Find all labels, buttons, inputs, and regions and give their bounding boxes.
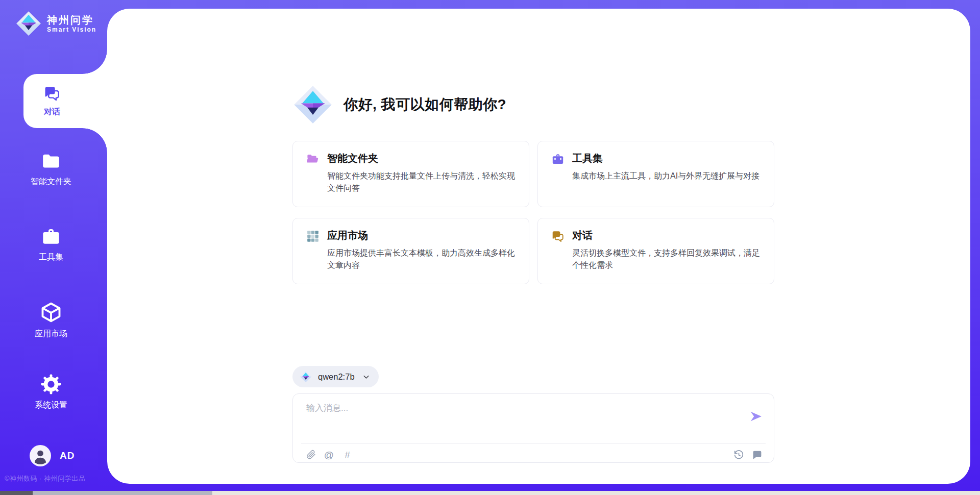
card-title: 工具集 [572, 152, 760, 165]
card-title: 应用市场 [327, 229, 516, 242]
user-profile[interactable]: AD [30, 445, 75, 466]
sidebar-item-label: 对话 [44, 107, 60, 117]
comment-icon[interactable] [752, 450, 763, 460]
grid-cube-icon [306, 230, 320, 243]
sidebar-item-tools[interactable]: 工具集 [0, 227, 102, 263]
avatar [30, 445, 51, 466]
toolbox-icon [41, 227, 61, 247]
folder-icon [41, 151, 61, 171]
person-avatar-icon [30, 445, 51, 466]
main-content: 你好, 我可以如何帮助你? 智能文件夹 智能文件夹功能支持批量文件上传与清洗，轻… [107, 9, 970, 484]
toolbox-icon [551, 153, 565, 166]
model-name: qwen2:7b [318, 372, 355, 382]
sidebar-item-label: 工具集 [39, 252, 63, 263]
chevron-down-icon [362, 373, 371, 381]
greeting-title: 你好, 我可以如何帮助你? [344, 95, 506, 114]
card-chat[interactable]: 对话 灵活切换多模型文件，支持多样回复效果调试，满足个性化需求 [537, 218, 774, 284]
history-icon[interactable] [733, 450, 744, 460]
card-smart-folder[interactable]: 智能文件夹 智能文件夹功能支持批量文件上传与清洗，轻松实现文件问答 [292, 141, 529, 207]
sidebar-item-label: 系统设置 [35, 400, 67, 411]
sidebar-item-label: 智能文件夹 [31, 177, 71, 187]
at-glyph: @ [324, 450, 334, 460]
composer-toolbar: @ # [305, 448, 763, 462]
card-title: 对话 [572, 229, 761, 242]
chat-bubbles-icon [551, 230, 565, 243]
brand-subtitle: Smart Vision [47, 26, 96, 33]
message-composer: @ # [292, 393, 774, 463]
brand-name: 神州问学 [47, 14, 96, 26]
sidebar-item-settings[interactable]: 系统设置 [0, 374, 102, 411]
send-arrow-icon[interactable] [749, 410, 763, 423]
user-name: AD [60, 450, 75, 461]
diamond-logo-icon [292, 84, 333, 125]
greeting-block: 你好, 我可以如何帮助你? [292, 84, 506, 125]
horizontal-scrollbar[interactable] [0, 491, 980, 495]
brand-diamond-logo-icon [15, 10, 42, 37]
card-description: 灵活切换多模型文件，支持多样回复效果调试，满足个性化需求 [572, 247, 761, 271]
paperclip-icon[interactable] [305, 450, 316, 460]
sidebar-item-label: 应用市场 [35, 329, 67, 339]
gear-icon [40, 374, 62, 395]
chat-bubbles-icon [43, 85, 61, 102]
sidebar-item-market[interactable]: 应用市场 [0, 301, 102, 339]
card-description: 智能文件夹功能支持批量文件上传与清洗，轻松实现文件问答 [327, 170, 516, 194]
card-description: 应用市场提供丰富长文本模板，助力高效生成多样化文章内容 [327, 247, 516, 271]
card-toolset[interactable]: 工具集 集成市场上主流工具，助力AI与外界无缝扩展与对接 [537, 141, 774, 207]
message-input[interactable] [305, 401, 734, 438]
card-app-market[interactable]: 应用市场 应用市场提供丰富长文本模板，助力高效生成多样化文章内容 [292, 218, 529, 284]
folder-open-icon [306, 153, 320, 166]
cube-icon [40, 301, 62, 324]
scrollbar-thumb[interactable] [33, 491, 212, 495]
sidebar: 神州问学 Smart Vision 对话 智能文件夹 工具集 应用市场 系统设置 [0, 0, 107, 495]
sidebar-item-chat-active[interactable]: 对话 [23, 74, 107, 128]
card-title: 智能文件夹 [327, 152, 516, 165]
at-icon[interactable]: @ [324, 450, 334, 460]
diamond-logo-icon [300, 370, 312, 383]
copyright-text: ©神州数码 · 神州问学出品 [5, 474, 85, 483]
feature-cards: 智能文件夹 智能文件夹功能支持批量文件上传与清洗，轻松实现文件问答 工具集 集成… [292, 141, 774, 284]
hash-glyph: # [345, 450, 350, 460]
sidebar-item-folders[interactable]: 智能文件夹 [0, 151, 102, 187]
model-selector[interactable]: qwen2:7b [292, 366, 379, 387]
hash-icon[interactable]: # [342, 450, 353, 460]
card-description: 集成市场上主流工具，助力AI与外界无缝扩展与对接 [572, 170, 760, 182]
composer-divider [301, 443, 766, 444]
scrollbar-corner [0, 491, 33, 495]
brand: 神州问学 Smart Vision [15, 10, 96, 37]
